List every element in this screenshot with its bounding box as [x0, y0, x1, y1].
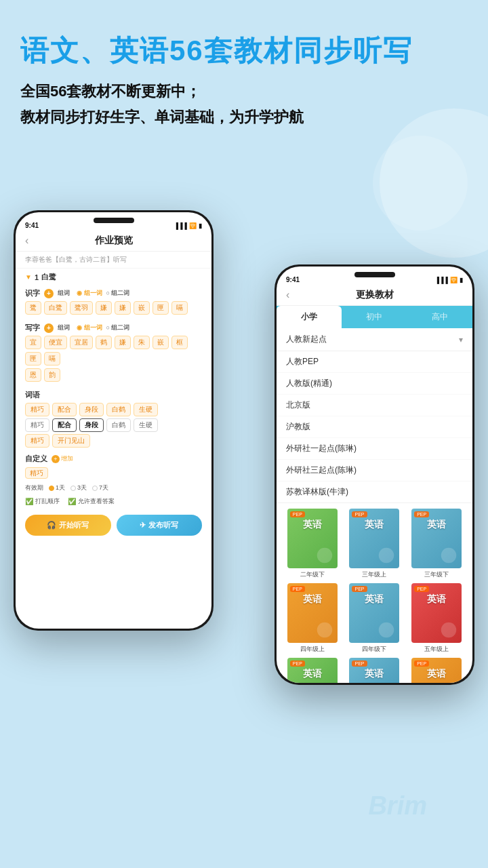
textbook-menu: 人教PEP 人教版(精通) 北京版 沪教版 外研社一起点(陈琳) 外研社三起点(… [277, 351, 472, 503]
vocab-row3: 精巧 开门见山 [25, 434, 202, 448]
phones-area: 9:41 ▐▐▐ 🛜 ▮ ‹ 作业预览 李蓉爸爸【白鹭，古诗二首】听写 ▼ 1 … [0, 170, 488, 868]
write-section: 写字 + 组词 ◉ 组一词 ○ 组二词 宜 便宜 宜居 鹤 嫌 朱 嵌 [16, 320, 211, 387]
book-item-7[interactable]: PEP 英语 六年级上 [346, 658, 404, 683]
book-item-1[interactable]: PEP 英语 三年级上 [346, 509, 404, 579]
nav-title-right: 更换教材 [356, 289, 394, 301]
recognize-section: 识字 + 组词 ◉ 组一词 ○ 组二词 鹭 白鹭 鹭羽 嫌 嫌 嵌 匣 [16, 285, 211, 320]
vocab-row1: 精巧 配合 身段 白鹤 生硬 [25, 403, 202, 416]
nav-bar-left: ‹ 作业预览 [16, 232, 211, 252]
svg-point-5 [441, 623, 457, 638]
validity-section: 有效期 1天 3天 7天 [16, 479, 211, 495]
back-icon-left[interactable]: ‹ [25, 235, 28, 247]
status-icons-right: ▐▐▐ 🛜 ▮ [435, 277, 463, 283]
validity-7day[interactable]: 7天 [92, 484, 108, 492]
status-time-right: 9:41 [286, 276, 300, 283]
menu-item-0[interactable]: 人教PEP [277, 351, 472, 373]
section-arrow: ▼ [25, 273, 32, 281]
menu-item-1[interactable]: 人教版(精通) [277, 373, 472, 395]
show-answer-option[interactable]: ✅ 允许查看答案 [68, 497, 115, 506]
book-item-6[interactable]: PEP 英语 五年级下 [283, 658, 342, 683]
validity-1day[interactable]: 1天 [49, 484, 65, 492]
svg-point-0 [317, 548, 333, 564]
validity-3day[interactable]: 3天 [70, 484, 87, 492]
book-item-3[interactable]: PEP 英语 四年级上 [283, 583, 342, 654]
shuffle-option[interactable]: ✅ 打乱顺序 [25, 497, 60, 506]
custom-word-tag: 精巧 [25, 467, 48, 479]
svg-point-2 [441, 548, 457, 564]
status-time-left: 9:41 [25, 222, 39, 229]
header-area: 语文、英语56套教材同步听写 全国56套教材不断更新中； 教材同步打好生字、单词… [0, 0, 488, 143]
book-item-2[interactable]: PEP 英语 三年级下 [407, 509, 466, 579]
dropdown-arrow-icon: ▾ [459, 335, 463, 344]
add-group-btn2[interactable]: + [44, 323, 54, 333]
menu-item-4[interactable]: 外研社一起点(陈琳) [277, 438, 472, 460]
svg-point-3 [317, 623, 333, 638]
options-section: ✅ 打乱顺序 ✅ 允许查看答案 [16, 495, 211, 508]
nav-bar-right: ‹ 更换教材 [277, 286, 472, 306]
section-header: ▼ 1 白鹭 [16, 269, 211, 285]
notch-right [354, 272, 395, 277]
phone-right: 9:41 ▐▐▐ 🛜 ▮ ‹ 更换教材 小学 初中 高中 人教新起点 [274, 264, 474, 685]
add-group-btn[interactable]: + [44, 289, 54, 298]
menu-item-5[interactable]: 外研社三起点(陈琳) [277, 460, 472, 481]
phone-left-screen: 9:41 ▐▐▐ 🛜 ▮ ‹ 作业预览 李蓉爸爸【白鹭，古诗二首】听写 ▼ 1 … [16, 212, 211, 629]
add-custom-btn[interactable]: + 增加 [52, 454, 73, 463]
recognize-chars-tags: 鹭 白鹭 鹭羽 嫌 嫌 嵌 匣 嗝 [25, 301, 202, 315]
page-title: 语文、英语56套教材同步听写 [20, 34, 468, 68]
svg-point-1 [379, 548, 394, 564]
tabs-bar: 小学 初中 高中 [277, 306, 472, 328]
menu-item-3[interactable]: 沪教版 [277, 416, 472, 438]
tab-middle[interactable]: 初中 [342, 306, 407, 328]
write-chars-tags: 宜 便宜 宜居 鹤 嫌 朱 嵌 框 匣 嗝 [25, 336, 202, 366]
tab-high[interactable]: 高中 [407, 306, 472, 328]
books-grid: PEP 英语 二年级下 PEP 英语 [277, 503, 472, 683]
menu-item-6[interactable]: 苏教译林版(牛津) [277, 481, 472, 502]
notch-left [94, 218, 134, 223]
phone-right-screen: 9:41 ▐▐▐ 🛜 ▮ ‹ 更换教材 小学 初中 高中 人教新起点 [277, 267, 472, 683]
publish-dictation-button[interactable]: ✈ 发布听写 [117, 515, 203, 536]
vocab-row2: 精巧 配合 身段 白鹤 生硬 [25, 418, 202, 432]
book-item-4[interactable]: PEP 英语 四年级下 [346, 583, 404, 654]
phone-left: 9:41 ▐▐▐ 🛜 ▮ ‹ 作业预览 李蓉爸爸【白鹭，古诗二首】听写 ▼ 1 … [14, 210, 214, 631]
start-dictation-button[interactable]: 🎧 开始听写 [25, 515, 111, 536]
menu-item-2[interactable]: 北京版 [277, 395, 472, 416]
book-item-8[interactable]: PEP 英语 六年级下 [407, 658, 466, 683]
back-icon-right[interactable]: ‹ [286, 289, 289, 301]
page-subtitle: 全国56套教材不断更新中； 教材同步打好生字、单词基础，为升学护航 [20, 79, 468, 130]
custom-section: 自定义 + 增加 精巧 [16, 452, 211, 479]
svg-point-4 [379, 623, 394, 638]
textbook-dropdown[interactable]: 人教新起点 ▾ [277, 328, 472, 351]
book-item-0[interactable]: PEP 英语 二年级下 [283, 509, 342, 579]
action-buttons: 🎧 开始听写 ✈ 发布听写 [16, 508, 211, 544]
nav-title-left: 作业预览 [95, 235, 133, 247]
status-icons-left: ▐▐▐ 🛜 ▮ [174, 222, 202, 229]
assignment-subtitle: 李蓉爸爸【白鹭，古诗二首】听写 [16, 252, 211, 269]
book-item-5[interactable]: PEP 英语 五年级上 [407, 583, 466, 654]
write-chars-extra: 恩 韵 [25, 368, 202, 382]
tab-elementary[interactable]: 小学 [277, 306, 342, 328]
vocab-section: 词语 精巧 配合 身段 白鹤 生硬 精巧 配合 身段 白鹤 生硬 精巧 [16, 387, 211, 452]
